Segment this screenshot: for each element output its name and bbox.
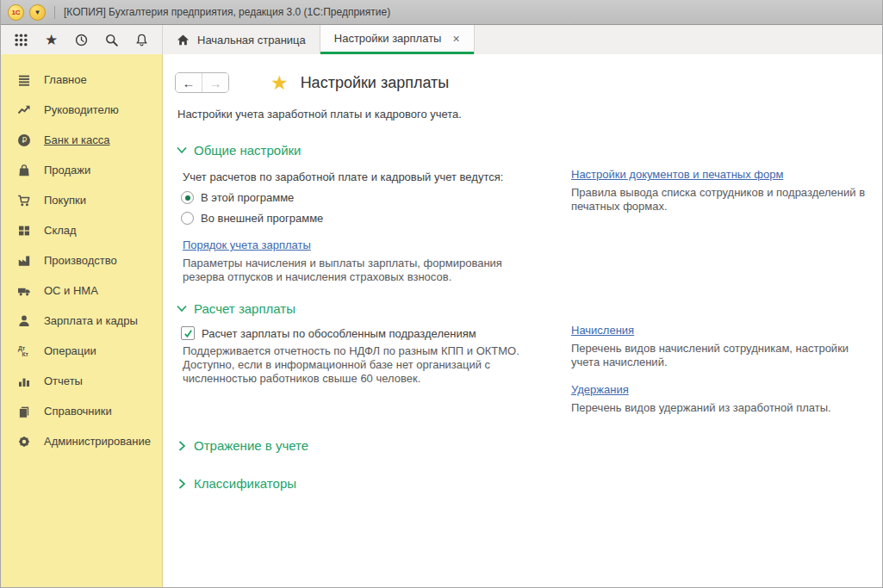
dt-kt-icon: Дт Кт [17, 344, 31, 358]
sidebar-item-prodazhi[interactable]: Продажи [1, 155, 162, 185]
toolbar-tabs-strip: ★ [1, 25, 882, 54]
salary-accounting-order-link[interactable]: Порядок учета зарплаты [183, 238, 311, 251]
titlebar-separator [54, 6, 55, 19]
favorite-star-icon[interactable]: ★ [270, 73, 289, 93]
reference-books-icon [17, 405, 31, 418]
accruals-desc: Перечень видов начислений сотрудникам, н… [571, 342, 870, 369]
section-title: Отражение в учете [194, 438, 308, 453]
salary-left-column: Расчет зарплаты по обособленным подразде… [175, 319, 559, 415]
factory-icon [17, 254, 31, 268]
forward-button[interactable]: → [202, 73, 228, 92]
history-button[interactable] [66, 25, 96, 54]
sidebar-item-label: Операции [44, 344, 96, 357]
separate-divisions-desc: Поддерживается отчетность по НДФЛ по раз… [183, 344, 551, 386]
bar-chart-icon [17, 374, 31, 388]
1c-logo-icon: 1С [8, 4, 24, 21]
section-title: Общие настройки [194, 143, 302, 158]
sidebar-item-label: Главное [44, 73, 87, 86]
app-window: 1С ▼ [КОПИЯ] Бухгалтерия предприятия, ре… [0, 0, 883, 588]
page-title: Настройки зарплаты [301, 74, 450, 92]
sidebar-item-label: Администрирование [44, 435, 151, 448]
sidebar-item-zarplata-i-kadry[interactable]: Зарплата и кадры [1, 306, 162, 336]
main-menu-dropdown-button[interactable]: ▼ [29, 4, 46, 21]
section-reflection-header[interactable]: Отражение в учете [178, 438, 870, 453]
sidebar-item-otchety[interactable]: Отчеты [1, 366, 162, 396]
history-nav-buttons: ← → [175, 72, 229, 93]
radio-this-program[interactable]: В этой программе [181, 191, 559, 204]
chevron-right-icon [178, 441, 186, 451]
section-title: Классификаторы [194, 476, 296, 491]
main-content: ← → ★ Настройки зарплаты Настройки учета… [163, 54, 882, 588]
title-bar: 1С ▼ [КОПИЯ] Бухгалтерия предприятия, ре… [1, 0, 882, 25]
sidebar-item-label: ОС и НМА [44, 284, 98, 297]
page-nav-row: ← → ★ Настройки зарплаты [175, 71, 870, 94]
general-left-column: Учет расчетов по заработной плате и кадр… [175, 164, 559, 284]
tab-active-label: Настройки зарплаты [334, 32, 442, 45]
tab-home[interactable]: Начальная страница [163, 25, 320, 54]
person-icon [17, 314, 31, 328]
bell-icon [134, 33, 149, 47]
section-general-settings: Общие настройки Учет расчетов по заработ… [175, 143, 870, 284]
accounting-mode-lead: Учет расчетов по заработной плате и кадр… [183, 170, 559, 183]
star-icon: ★ [45, 33, 58, 47]
sidebar-item-proizvodstvo[interactable]: Производство [1, 245, 162, 275]
tabs-empty-space [475, 25, 882, 54]
sidebar-item-label: Отчеты [44, 374, 83, 387]
window-title: [КОПИЯ] Бухгалтерия предприятия, редакци… [64, 6, 390, 18]
radio-external-program[interactable]: Во внешней программе [181, 212, 559, 225]
search-icon [104, 33, 119, 47]
documents-print-forms-link[interactable]: Настройки документов и печатных форм [571, 168, 783, 181]
sidebar-item-bank-i-kassa[interactable]: ₽ Банк и касса [1, 125, 162, 155]
tab-close-icon[interactable]: × [452, 32, 459, 46]
sidebar-item-label: Продажи [44, 164, 90, 176]
sidebar-item-label: Банк и касса [44, 133, 110, 146]
svg-text:₽: ₽ [22, 135, 27, 145]
apps-grid-icon [14, 33, 28, 47]
search-button[interactable] [96, 25, 127, 54]
sidebar-item-rukovoditelyu[interactable]: Руководителю [1, 95, 162, 125]
sidebar-item-sklad[interactable]: Склад [1, 215, 162, 245]
gear-icon [17, 435, 31, 449]
section-classifiers-header[interactable]: Классификаторы [178, 476, 870, 491]
general-right-column: Настройки документов и печатных форм Пра… [571, 164, 870, 284]
sidebar-item-label: Руководителю [44, 103, 119, 116]
sidebar-item-label: Справочники [44, 405, 112, 418]
warehouse-boxes-icon [17, 224, 31, 238]
deductions-link[interactable]: Удержания [571, 383, 629, 396]
back-button[interactable]: ← [176, 73, 202, 92]
radio-unselected-icon [181, 212, 194, 225]
notifications-button[interactable] [127, 25, 157, 54]
chevron-down-icon [177, 305, 187, 313]
sidebar-item-pokupki[interactable]: Покупки [1, 185, 162, 215]
sidebar-item-label: Производство [44, 254, 117, 267]
page-subtitle: Настройки учета заработной платы и кадро… [177, 108, 870, 121]
trend-chart-icon [17, 103, 31, 117]
ruble-coin-icon: ₽ [17, 133, 31, 147]
tab-salary-settings[interactable]: Настройки зарплаты × [320, 25, 474, 54]
separate-divisions-checkbox[interactable]: Расчет зарплаты по обособленным подразде… [181, 326, 559, 340]
home-icon [177, 34, 190, 46]
documents-print-forms-desc: Правила вывода списка сотрудников и подр… [571, 186, 870, 214]
chevron-down-icon [177, 146, 187, 154]
salary-right-column: Начисления Перечень видов начислений сот… [571, 319, 870, 415]
section-salary-header[interactable]: Расчет зарплаты [177, 301, 870, 316]
sidebar-item-spravochniki[interactable]: Справочники [1, 396, 162, 426]
deductions-desc: Перечень видов удержаний из заработной п… [571, 401, 870, 415]
sidebar-item-glavnoe[interactable]: Главное [1, 65, 162, 95]
radio-selected-icon [181, 191, 194, 204]
favorites-button[interactable]: ★ [36, 25, 66, 54]
truck-icon [17, 284, 31, 298]
history-clock-icon [74, 33, 89, 47]
section-general-header[interactable]: Общие настройки [177, 143, 870, 158]
tab-home-label: Начальная страница [197, 34, 306, 46]
sidebar-item-os-i-nma[interactable]: ОС и НМА [1, 275, 162, 306]
sidebar-item-label: Покупки [44, 194, 86, 207]
sidebar-item-operacii[interactable]: Дт Кт Операции [1, 336, 162, 366]
apps-menu-button[interactable] [6, 25, 36, 54]
sidebar-item-administrirovanie[interactable]: Администрирование [1, 426, 162, 456]
svg-text:Кт: Кт [22, 351, 28, 357]
accruals-link[interactable]: Начисления [571, 324, 634, 337]
section-title: Расчет зарплаты [194, 301, 295, 316]
shopping-bag-icon [17, 164, 31, 177]
service-toolbar: ★ [1, 25, 162, 54]
